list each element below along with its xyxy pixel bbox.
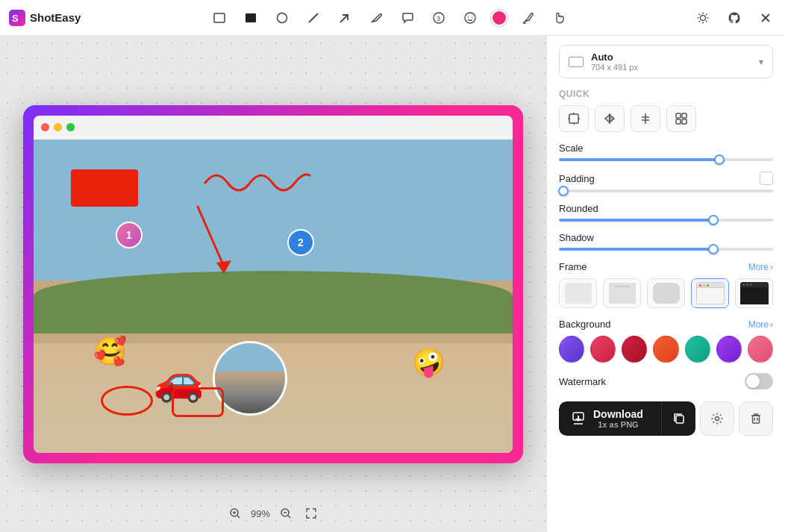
canvas-area[interactable]: 1 2 🥰 🤪 🚗 <box>0 36 546 532</box>
badge-2: 2 <box>287 229 314 256</box>
frame-plain[interactable] <box>559 278 597 308</box>
brand-icon: S <box>9 10 25 26</box>
svg-line-20 <box>699 13 700 14</box>
quick-align-icon[interactable] <box>631 105 660 132</box>
shadow-thumb[interactable] <box>708 244 719 254</box>
frame-light-bar-inner <box>609 283 636 304</box>
red-rounded-rect-annotation <box>172 387 224 417</box>
svg-line-6 <box>340 15 348 22</box>
frame-mac-light[interactable] <box>691 278 729 308</box>
bg-color-purple[interactable] <box>559 336 584 363</box>
frame-mac-dark[interactable] <box>735 278 773 308</box>
sun-icon[interactable] <box>692 7 713 28</box>
svg-line-5 <box>309 13 318 22</box>
line-tool[interactable] <box>303 7 324 28</box>
copy-icon <box>672 412 686 425</box>
screenshot-inner: 1 2 🥰 🤪 🚗 <box>34 116 513 453</box>
download-sub: 1x as PNG <box>593 420 643 429</box>
arrow-tool[interactable] <box>334 7 355 28</box>
size-icon <box>569 57 584 67</box>
color-picker-pink[interactable] <box>491 10 507 26</box>
speech-bubble-tool[interactable] <box>397 7 418 28</box>
emoji-tongue: 🤪 <box>412 347 445 378</box>
quick-crop-icon[interactable] <box>559 105 589 132</box>
trash-button[interactable] <box>739 401 773 436</box>
frame-dark-dot-3 <box>750 284 752 286</box>
frame-dot-green <box>707 284 709 287</box>
quick-flip-h-icon[interactable] <box>595 105 625 132</box>
bg-color-orange[interactable] <box>653 336 678 363</box>
circle-photo <box>213 341 287 416</box>
bg-color-pink-red[interactable] <box>590 336 616 363</box>
filled-rect-tool[interactable] <box>240 7 261 28</box>
shadow-slider[interactable] <box>559 248 773 251</box>
svg-marker-41 <box>605 115 610 122</box>
download-icon <box>571 411 586 426</box>
bg-color-teal[interactable] <box>685 336 710 363</box>
frame-dot-yellow <box>703 284 705 287</box>
number-badge-tool[interactable]: 3 <box>428 7 449 28</box>
frame-plain-inner <box>565 283 592 304</box>
zoom-out-button[interactable] <box>276 504 295 523</box>
rounded-header: Rounded <box>559 203 773 214</box>
rounded-slider[interactable] <box>559 219 773 222</box>
settings-button[interactable] <box>700 401 734 436</box>
zoom-controls: 99% <box>225 504 321 523</box>
padding-slider[interactable] <box>559 190 773 193</box>
watermark-toggle-knob <box>746 375 760 388</box>
frame-dark-content <box>740 287 769 304</box>
shadow-header: Shadow <box>559 232 773 243</box>
tool-group: 3 <box>98 7 681 28</box>
bg-color-purple-blue[interactable] <box>716 336 742 363</box>
hand-tool[interactable] <box>549 7 570 28</box>
background-header: Background More › <box>559 319 773 330</box>
download-button[interactable]: Download 1x as PNG <box>559 401 661 436</box>
svg-point-10 <box>465 13 475 23</box>
padding-checkbox[interactable] <box>760 172 773 185</box>
frame-label: Frame <box>559 261 587 272</box>
svg-text:3: 3 <box>437 15 440 22</box>
scale-thumb[interactable] <box>714 154 725 165</box>
background-colors <box>559 336 773 363</box>
svg-line-26 <box>198 207 224 266</box>
quick-grid-icon[interactable] <box>666 105 696 132</box>
pen-color-tool[interactable] <box>518 7 539 28</box>
size-info: Auto 704 x 491 px <box>591 51 638 72</box>
bg-color-light-pink[interactable] <box>748 336 773 363</box>
circle-tool[interactable] <box>272 7 293 28</box>
watermark-toggle[interactable] <box>745 373 773 389</box>
background-more-link[interactable]: More › <box>748 319 773 330</box>
screenshot-frame: 1 2 🥰 🤪 🚗 <box>23 105 523 463</box>
pen-tool[interactable] <box>366 7 387 28</box>
bg-color-red[interactable] <box>622 336 647 363</box>
scale-slider[interactable] <box>559 158 773 161</box>
rectangle-tool[interactable] <box>209 7 230 28</box>
frame-rounded-inner <box>653 283 680 304</box>
padding-header: Padding <box>559 172 773 185</box>
frame-rounded-plain[interactable] <box>647 278 685 308</box>
beach-hills <box>34 271 513 334</box>
frame-more-chevron-icon: › <box>770 262 773 272</box>
frame-more-link[interactable]: More › <box>748 262 773 272</box>
background-more-text: More <box>748 319 769 330</box>
frame-light-bar[interactable] <box>603 278 641 308</box>
github-icon[interactable] <box>724 7 745 28</box>
download-copy-button[interactable] <box>661 401 695 436</box>
rounded-thumb[interactable] <box>708 215 719 225</box>
padding-thumb[interactable] <box>558 186 569 196</box>
svg-rect-52 <box>676 416 684 423</box>
zoom-in-button[interactable] <box>225 504 245 523</box>
quick-section-label: Quick <box>559 89 773 99</box>
svg-point-15 <box>701 15 706 20</box>
dot-red <box>41 123 49 131</box>
size-selector[interactable]: Auto 704 x 491 px ▾ <box>559 45 773 78</box>
close-icon[interactable] <box>755 7 776 28</box>
browser-content: 1 2 🥰 🤪 🚗 <box>34 140 513 453</box>
brand: S ShotEasy <box>9 10 81 26</box>
frame-options <box>559 278 773 308</box>
scale-row: Scale <box>559 143 773 161</box>
emoji-tool[interactable] <box>460 7 481 28</box>
main-area: 1 2 🥰 🤪 🚗 <box>0 36 785 532</box>
fit-to-screen-button[interactable] <box>301 504 321 523</box>
download-text-group: Download 1x as PNG <box>593 408 643 429</box>
